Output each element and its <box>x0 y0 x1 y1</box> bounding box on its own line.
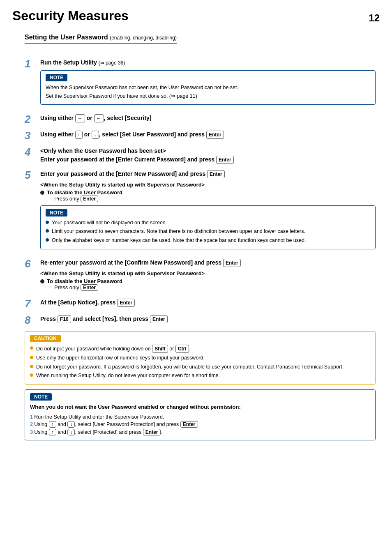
step-4-number: 4 <box>25 147 38 157</box>
arrow-up-key-3: ↑ <box>75 131 83 139</box>
step-2-number: 2 <box>25 114 38 124</box>
step-5-note-item2: Limit your password to seven characters.… <box>46 228 370 235</box>
step-4-content: <Only when the User Password has been se… <box>40 147 376 164</box>
step-5-note-item1: Your password will not be displayed on t… <box>46 219 370 227</box>
step-4: 4 <Only when the User Password has been … <box>25 147 376 164</box>
step-2-content: Using either → or ←, select [Security] <box>40 114 376 122</box>
step-6-disable: To disable the User Password Press only … <box>40 278 376 291</box>
down-key-fn2: ↓ <box>67 421 75 428</box>
arrow-down-key-3: ↓ <box>92 131 99 139</box>
step-3-content: Using either ↑ or ↓, select [Set User Pa… <box>40 130 376 139</box>
step-1-content: Run the Setup Utility (⇒ page 36) NOTE W… <box>40 58 376 108</box>
down-key-fn3: ↓ <box>67 429 75 435</box>
final-note-box: NOTE When you do not want the User Passw… <box>25 389 376 440</box>
caution-label: CAUTION <box>30 335 61 342</box>
up-key-fn3: ↑ <box>49 429 56 435</box>
enter-key-5: Enter <box>207 170 225 178</box>
step-1: 1 Run the Setup Utility (⇒ page 36) NOTE… <box>25 58 376 108</box>
ctrl-key: Ctrl <box>175 345 189 353</box>
enter-key-7: Enter <box>117 299 135 307</box>
caution-item1: Do not input your password while holding… <box>30 345 370 353</box>
arrow-left-key: ← <box>94 114 104 122</box>
step-8: 8 Press F10 and select [Yes], then press… <box>25 315 376 325</box>
step-7-content: At the [Setup Notice], press Enter <box>40 298 376 307</box>
bullet-dot-6 <box>40 279 44 283</box>
step-5-number: 5 <box>25 170 38 180</box>
shift-key: Shift <box>152 345 168 353</box>
step-3-text: Using either ↑ or ↓, select [Set User Pa… <box>40 131 224 138</box>
step-1-note-line2: Set the Supervisor Password if you have … <box>46 92 370 100</box>
step-1-note-line1: When the Supervisor Password has not bee… <box>46 84 370 92</box>
step-5-sub-title: <When the Setup Utility is started up wi… <box>40 182 376 188</box>
step-6-number: 6 <box>25 258 38 269</box>
step-6-sub-title: <When the Setup Utility is started up wi… <box>40 270 376 276</box>
bullet-dot-5 <box>40 191 44 195</box>
step-8-content: Press F10 and select [Yes], then press E… <box>40 315 376 323</box>
step-5-press-only: Press only Enter <box>54 196 122 202</box>
caution-item3: Do not forget your password. If a passwo… <box>30 363 370 371</box>
step-5-disable-text: To disable the User Password <box>47 189 122 196</box>
step-8-number: 8 <box>25 315 38 325</box>
arrow-right-key: → <box>75 114 85 122</box>
final-note-item3: 3Using ↑ and ↓, select [Protected] and p… <box>30 429 370 435</box>
step-6-disable-text: To disable the User Password <box>47 278 122 284</box>
step-4-line1: <Only when the User Password has been se… <box>40 147 376 155</box>
f10-key: F10 <box>58 315 71 323</box>
caution-item2: Use only the upper horizontal row of num… <box>30 354 370 362</box>
final-note-item1: 1Run the Setup Utility and enter the Sup… <box>30 414 370 420</box>
step-3-number: 3 <box>25 130 38 141</box>
page-title: Security Measures <box>12 8 129 25</box>
step-1-number: 1 <box>25 58 38 69</box>
caution-box: CAUTION Do not input your password while… <box>25 331 376 385</box>
up-key-fn2: ↑ <box>49 421 56 428</box>
step-5-disable: To disable the User Password Press only … <box>40 189 376 202</box>
step-4-line2: Enter your password at the [Enter Curren… <box>40 155 376 164</box>
section-title: Setting the User Password (enabling, cha… <box>25 34 177 44</box>
step-5: 5 Enter your password at the [Enter New … <box>25 170 376 253</box>
step-7-number: 7 <box>25 298 38 309</box>
final-note-title: When you do not want the User Password e… <box>30 403 370 411</box>
step-7: 7 At the [Setup Notice], press Enter <box>25 298 376 309</box>
step-1-text: Run the Setup Utility <box>40 59 97 66</box>
caution-item4: When running the Setup Utility, do not l… <box>30 372 370 380</box>
step-1-page-ref: (⇒ page 36) <box>99 60 125 66</box>
step-2-text: Using either → or ←, select [Security] <box>40 115 152 121</box>
enter-fn2: Enter <box>180 421 198 428</box>
enter-key-6b: Enter <box>81 284 98 291</box>
enter-key-3: Enter <box>206 131 224 139</box>
step-8-text: Press F10 and select [Yes], then press E… <box>40 315 168 322</box>
final-note-label: NOTE <box>30 393 52 401</box>
enter-key-5b: Enter <box>81 196 98 202</box>
enter-key-4: Enter <box>216 156 234 164</box>
step-6-content: Re-enter your password at the [Confirm N… <box>40 258 376 292</box>
step-5-content: Enter your password at the [Enter New Pa… <box>40 170 376 253</box>
enter-fn3: Enter <box>143 429 161 435</box>
step-3: 3 Using either ↑ or ↓, select [Set User … <box>25 130 376 141</box>
step-2: 2 Using either → or ←, select [Security] <box>25 114 376 124</box>
enter-key-8: Enter <box>150 315 168 323</box>
step-1-note-label: NOTE <box>46 74 67 81</box>
step-6: 6 Re-enter your password at the [Confirm… <box>25 258 376 292</box>
step-7-text: At the [Setup Notice], press Enter <box>40 299 135 306</box>
final-note-item2: 2Using ↑ and ↓, select [User Password Pr… <box>30 421 370 428</box>
step-5-note-item3: Only the alphabet keys or number keys ca… <box>46 237 370 244</box>
page-number: 12 <box>369 12 380 24</box>
step-5-note-label: NOTE <box>46 209 67 216</box>
enter-key-6: Enter <box>223 259 241 267</box>
step-5-note-box: NOTE Your password will not be displayed… <box>40 205 376 249</box>
step-6-text: Re-enter your password at the [Confirm N… <box>40 259 241 266</box>
step-6-sub: <When the Setup Utility is started up wi… <box>40 270 376 291</box>
step-5-text: Enter your password at the [Enter New Pa… <box>40 170 225 177</box>
step-6-press-only: Press only Enter <box>54 284 122 291</box>
step-5-sub: <When the Setup Utility is started up wi… <box>40 182 376 202</box>
step-1-note-box: NOTE When the Supervisor Password has no… <box>40 70 376 105</box>
